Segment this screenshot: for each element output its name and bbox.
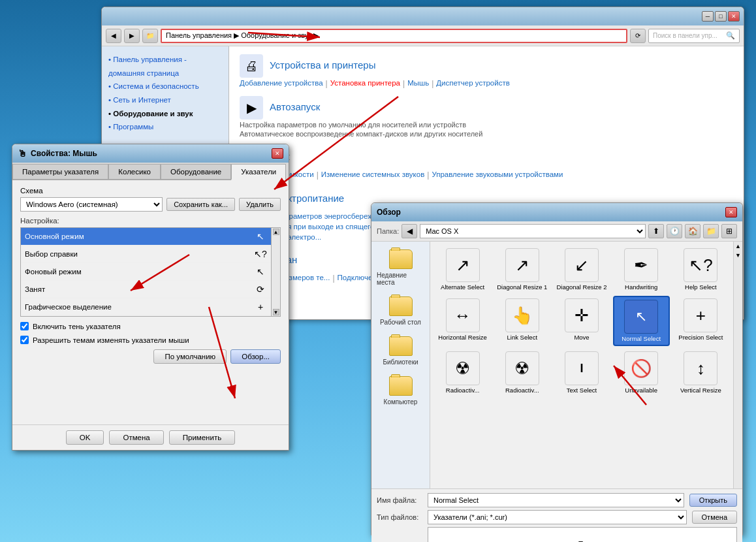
settings-list-container: Основной режим ↖ Выбор справки ↖? Фоновы… xyxy=(20,227,281,317)
browse-item-precision[interactable]: + Precision Select xyxy=(672,296,729,346)
save-scheme-button[interactable]: Сохранить как... xyxy=(166,198,235,211)
browse-cancel-button[interactable]: Отмена xyxy=(692,511,737,524)
browse-sidebar-recent[interactable]: Недавние места xyxy=(374,247,427,289)
add-device-link[interactable]: Добавление устройства xyxy=(240,79,323,88)
browse-item-alternate[interactable]: ↗ Alternate Select xyxy=(434,246,491,293)
shadow-checkbox[interactable] xyxy=(20,322,29,330)
filetype-select[interactable]: Указатели (*.ani; *.cur) xyxy=(428,510,687,524)
settings-item-normal[interactable]: Основной режим ↖ xyxy=(21,228,271,246)
browse-item-help[interactable]: ↖? Help Select xyxy=(672,246,729,293)
sound-devices-link[interactable]: Управление звуковыми устройствами xyxy=(432,170,563,180)
install-printer-link[interactable]: Установка принтера xyxy=(330,79,400,88)
minimize-button[interactable]: ─ xyxy=(702,11,714,22)
settings-item-busy[interactable]: Занят ⟳ xyxy=(21,281,271,298)
sidebar-item-hardware[interactable]: Оборудование и звук xyxy=(108,107,222,121)
sound-links: Настройка громкости | Изменение системны… xyxy=(240,170,733,180)
section-sound-header: 🔊 Звук xyxy=(240,146,733,169)
browse-view-button[interactable]: ⊞ xyxy=(721,224,737,238)
libraries-folder-icon xyxy=(389,336,413,356)
settings-item-graphic-label: Графическое выделение xyxy=(25,303,112,311)
settings-scrollbar[interactable]: ▲ ▼ xyxy=(271,228,280,316)
ok-button[interactable]: OK xyxy=(66,430,104,445)
devices-links: Добавление устройства | Установка принте… xyxy=(240,79,733,88)
browse-item-move[interactable]: ✛ Move xyxy=(553,296,610,346)
delete-scheme-button[interactable]: Удалить xyxy=(239,198,281,211)
forward-button[interactable]: ▶ xyxy=(124,29,140,43)
browse-sidebar-desktop[interactable]: Рабочий стол xyxy=(374,294,427,328)
browse-item-diag2[interactable]: ↙ Diagonal Resize 2 xyxy=(553,246,610,293)
filetype-row: Тип файлов: Указатели (*.ani; *.cur) Отм… xyxy=(377,510,737,524)
browse-sidebar-libraries[interactable]: Библиотеки xyxy=(374,334,427,368)
tab-wheel[interactable]: Колесико xyxy=(108,164,161,179)
desktop-folder-icon xyxy=(389,296,413,316)
browse-item-radio1[interactable]: ☢ Radioactiv... xyxy=(434,349,491,396)
browse-button[interactable]: Обзор... xyxy=(230,349,281,364)
browse-close-button[interactable]: ✕ xyxy=(725,207,737,217)
filetype-label: Тип файлов: xyxy=(377,513,422,521)
sidebar-item-network[interactable]: Сеть и Интернет xyxy=(108,93,222,107)
sidebar-item-programs[interactable]: Программы xyxy=(108,120,222,134)
cursor-help-icon: ↖? xyxy=(254,247,267,261)
mouse-dialog-close[interactable]: ✕ xyxy=(272,148,283,159)
browse-item-unavailable[interactable]: 🚫 Unavailable xyxy=(613,349,670,396)
sidebar-item-home[interactable]: Панель управления - домашняя страница xyxy=(108,53,222,80)
device-manager-link[interactable]: Диспетчер устройств xyxy=(436,79,509,88)
browse-recent-button[interactable]: 🕐 xyxy=(667,224,682,238)
up-button[interactable]: 📁 xyxy=(142,29,158,43)
handwriting-label: Handwriting xyxy=(625,283,657,291)
main-titlebar: ─ □ ✕ xyxy=(102,7,744,25)
close-button[interactable]: ✕ xyxy=(728,11,740,22)
browse-item-diag1[interactable]: ↗ Diagonal Resize 1 xyxy=(494,246,550,293)
settings-item-background[interactable]: Фоновый режим ↖ xyxy=(21,263,271,281)
browse-item-normal[interactable]: ↖ Normal Select xyxy=(613,296,670,346)
settings-item-help[interactable]: Выбор справки ↖? xyxy=(21,246,271,263)
tab-pointers[interactable]: Указатели xyxy=(231,164,286,180)
tab-hardware[interactable]: Оборудование xyxy=(161,164,231,179)
section-autorun-title: Автозапуск xyxy=(270,101,320,112)
open-button[interactable]: Открыть xyxy=(689,494,737,507)
sidebar-item-system[interactable]: Система и безопасность xyxy=(108,80,222,93)
themes-label: Разрешить темам изменять указатели мыши xyxy=(33,336,189,344)
mouse-dialog-tabs: Параметры указателя Колесико Оборудовани… xyxy=(12,163,289,180)
apply-button[interactable]: Применить xyxy=(169,430,235,445)
browse-item-handwriting[interactable]: ✒ Handwriting xyxy=(613,246,670,293)
vertical-resize-label: Vertical Resize xyxy=(680,387,721,394)
cursor-normal-icon: ↖ xyxy=(254,230,267,243)
browse-sidebar-computer[interactable]: Компьютер xyxy=(374,374,427,408)
browse-new-folder-button[interactable]: 📁 xyxy=(703,224,719,238)
themes-checkbox[interactable] xyxy=(20,336,29,344)
system-sounds-link[interactable]: Изменение системных звуков xyxy=(321,170,424,180)
autorun-desc2: Автоматическое воспроизведение компакт-д… xyxy=(240,130,733,138)
browse-item-vertical[interactable]: ↕ Vertical Resize xyxy=(672,349,729,396)
unavailable-label: Unavailable xyxy=(625,387,657,394)
preview-cursor: ↖ xyxy=(576,537,588,543)
unavailable-icon: 🚫 xyxy=(624,351,658,385)
filename-row: Имя файла: Normal Select Открыть xyxy=(377,493,737,507)
browse-scrollbar[interactable]: ▲ ▼ xyxy=(733,242,742,488)
cancel-button[interactable]: Отмена xyxy=(109,430,163,445)
browse-item-radio2[interactable]: ☢ Radioactiv... xyxy=(494,349,550,396)
shadow-label: Включить тень указателя xyxy=(33,323,121,330)
vertical-resize-icon: ↕ xyxy=(684,351,717,385)
tab-pointer-params[interactable]: Параметры указателя xyxy=(12,164,108,179)
maximize-button[interactable]: □ xyxy=(715,11,727,22)
refresh-button[interactable]: ⟳ xyxy=(630,29,646,43)
mouse-link[interactable]: Мышь xyxy=(407,79,429,88)
browse-path-select[interactable]: Mac OS X xyxy=(420,224,646,238)
settings-item-normal-label: Основной режим xyxy=(25,232,84,240)
address-input[interactable]: Панель управления ▶ Оборудование и звук … xyxy=(161,29,627,43)
browse-item-horiz[interactable]: ↔ Horizontal Resize xyxy=(434,296,491,346)
browse-item-text[interactable]: I Text Select xyxy=(553,349,610,396)
browse-home-button[interactable]: 🏠 xyxy=(685,224,701,238)
default-button[interactable]: По умолчанию xyxy=(153,349,227,364)
back-button[interactable]: ◀ xyxy=(106,29,121,43)
browse-folder-up-button[interactable]: ⬆ xyxy=(648,224,664,238)
filename-input[interactable]: Normal Select xyxy=(428,493,684,507)
settings-item-graphic[interactable]: Графическое выделение + xyxy=(21,298,271,316)
browse-item-link[interactable]: 👆 Link Select xyxy=(494,296,550,346)
search-box[interactable]: Поиск в панели упр... 🔍 xyxy=(648,29,740,43)
scheme-select[interactable]: Windows Aero (системная) xyxy=(20,197,163,212)
browse-back-button[interactable]: ◀ xyxy=(402,224,417,238)
titlebar-controls: ─ □ ✕ xyxy=(702,11,740,22)
settings-item-busy-label: Занят xyxy=(25,285,45,293)
